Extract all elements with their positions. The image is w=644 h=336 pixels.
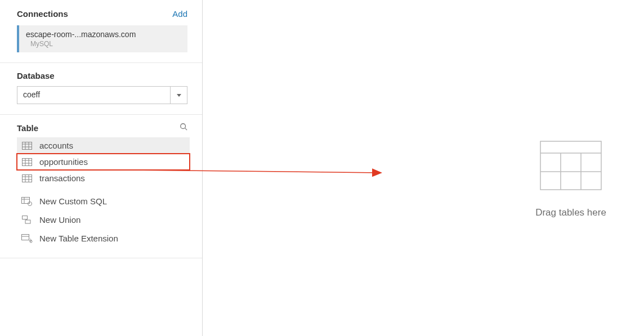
svg-rect-21: [23, 216, 28, 219]
table-icon: [21, 158, 33, 167]
svg-rect-24: [22, 234, 29, 240]
table-item-label: transactions: [39, 173, 85, 183]
sidebar: Connections Add escape-room-...mazonaws.…: [0, 0, 203, 336]
new-custom-sql-action[interactable]: New Custom SQL: [17, 192, 190, 210]
svg-rect-12: [23, 174, 32, 182]
connections-title: Connections: [17, 9, 68, 19]
database-selected-value: coeff: [17, 87, 170, 104]
connection-host: escape-room-...mazonaws.com: [26, 30, 181, 39]
custom-sql-icon: [21, 197, 33, 206]
database-select[interactable]: coeff: [17, 86, 187, 104]
union-icon: [21, 216, 33, 225]
table-item-label: opportunities: [39, 157, 88, 167]
canvas-area[interactable]: Drag tables here: [203, 0, 644, 336]
action-label: New Union: [39, 215, 80, 225]
drop-hint-text: Drag tables here: [520, 207, 621, 218]
svg-rect-27: [540, 141, 601, 190]
search-icon[interactable]: [180, 123, 187, 133]
svg-rect-22: [25, 220, 30, 223]
table-icon: [21, 174, 33, 183]
svg-point-0: [181, 124, 186, 129]
table-extension-icon: [21, 234, 33, 243]
action-label: New Table Extension: [39, 234, 118, 243]
new-table-extension-action[interactable]: New Table Extension: [17, 229, 190, 248]
table-item-opportunities[interactable]: opportunities: [17, 154, 190, 170]
action-label: New Custom SQL: [39, 196, 107, 206]
connection-type: MySQL: [30, 40, 181, 48]
add-connection-link[interactable]: Add: [172, 9, 187, 19]
table-section-title: Table: [17, 123, 38, 133]
table-placeholder-icon: [540, 141, 602, 191]
svg-rect-2: [23, 142, 32, 149]
svg-line-1: [185, 128, 187, 131]
database-label: Database: [17, 71, 187, 80]
chevron-down-icon: [177, 94, 181, 97]
new-union-action[interactable]: New Union: [17, 210, 190, 229]
dropdown-caret-button[interactable]: [170, 87, 187, 104]
connection-item[interactable]: escape-room-...mazonaws.com MySQL: [17, 25, 187, 52]
table-item-transactions[interactable]: transactions: [17, 170, 190, 186]
svg-rect-7: [23, 158, 32, 165]
table-item-accounts[interactable]: accounts: [17, 137, 190, 154]
drop-zone[interactable]: Drag tables here: [520, 141, 621, 218]
table-icon: [21, 141, 33, 150]
table-item-label: accounts: [39, 141, 73, 150]
